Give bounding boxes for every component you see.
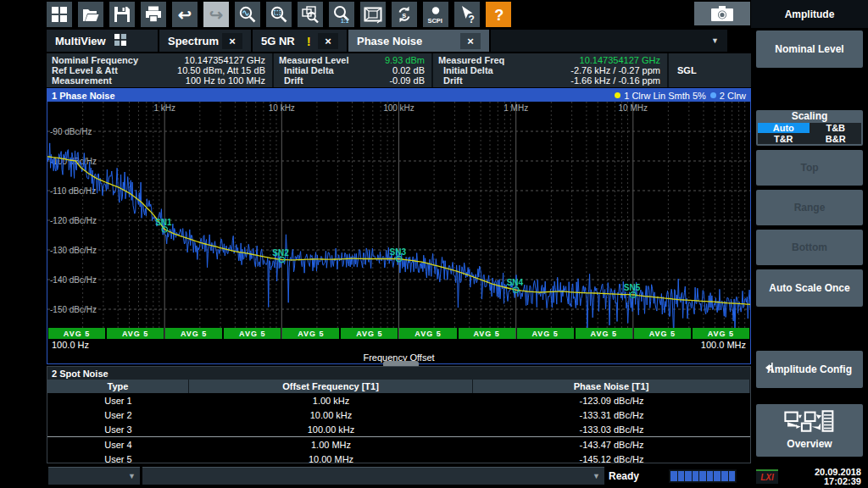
auto-scale-once-label: Auto Scale Once bbox=[769, 282, 849, 295]
table-row[interactable]: User 41.00 MHz-143.47 dBc/Hz bbox=[47, 436, 750, 452]
spot-noise-table-header: TypeOffset Frequency [T1]Phase Noise [T1… bbox=[47, 380, 750, 393]
scaling-option-tnb[interactable]: T&B bbox=[810, 123, 862, 133]
spot-noise-window-titlebar[interactable]: 2 Spot Noise bbox=[47, 367, 750, 380]
overview-flowchart-icon bbox=[782, 410, 837, 435]
datetime-display: 20.09.2018 17:02:39 bbox=[815, 468, 861, 486]
zoom-1to1-button[interactable]: 1:1 bbox=[329, 2, 354, 27]
tab-multiview[interactable]: MultiView bbox=[47, 30, 159, 52]
svg-text:SCPI: SCPI bbox=[428, 17, 442, 25]
phase-noise-plot[interactable]: 1 kHz10 kHz100 kHz1 MHz10 MHz-90 dBc/Hz-… bbox=[47, 102, 750, 339]
sync-button[interactable]: s bbox=[392, 2, 417, 27]
progress-segment bbox=[714, 471, 721, 481]
table-cell: User 4 bbox=[47, 437, 189, 452]
table-row[interactable]: User 3100.00 kHz-133.03 dBc/Hz bbox=[47, 422, 750, 436]
table-row[interactable]: User 510.00 MHz-145.12 dBc/Hz bbox=[47, 452, 750, 466]
display-button[interactable] bbox=[360, 2, 386, 27]
table-cell: User 3 bbox=[47, 422, 189, 436]
svg-text:-140 dBc/Hz: -140 dBc/Hz bbox=[50, 275, 97, 285]
table-cell: -133.31 dBc/Hz bbox=[473, 408, 750, 422]
spot-noise-window: 2 Spot Noise TypeOffset Frequency [T1]Ph… bbox=[47, 366, 751, 463]
info-value: 10.147354127 GHz bbox=[580, 55, 660, 65]
zoom-signal-button[interactable] bbox=[235, 2, 260, 27]
x-axis-range-labels: 100.0 Hz 100.0 MHz bbox=[47, 339, 750, 352]
nominal-level-button[interactable]: Nominal Level bbox=[756, 30, 863, 68]
avg-count-segment: AVG 5 bbox=[282, 328, 339, 339]
svg-text:1 MHz: 1 MHz bbox=[504, 103, 528, 113]
x-axis-start-label: 100.0 Hz bbox=[52, 340, 89, 352]
scpi-icon: SCPI bbox=[426, 4, 446, 25]
legend-trace-2: 2 Clrw bbox=[710, 91, 746, 101]
progress-segment bbox=[678, 471, 685, 481]
svg-text:-90 dBc/Hz: -90 dBc/Hz bbox=[50, 127, 92, 136]
svg-text:10 kHz: 10 kHz bbox=[269, 103, 295, 113]
zoom-area-icon bbox=[269, 4, 289, 25]
scpi-button[interactable]: SCPI bbox=[423, 2, 448, 27]
status-combo-2[interactable]: ▼ bbox=[142, 467, 604, 485]
status-ready-label: Ready bbox=[609, 470, 639, 482]
open-button[interactable] bbox=[78, 2, 103, 27]
table-row[interactable]: User 210.00 kHz-133.31 dBc/Hz bbox=[47, 408, 750, 422]
column-header-1[interactable]: Type bbox=[47, 380, 189, 393]
table-cell: User 1 bbox=[47, 393, 189, 408]
windows-button[interactable] bbox=[47, 2, 72, 27]
tab-spectrum[interactable]: Spectrum× bbox=[159, 30, 253, 52]
amplitude-config-button[interactable]: Amplitude Config bbox=[756, 351, 863, 388]
scaling-selector: Scaling AutoT&BT&RB&R bbox=[756, 110, 863, 146]
svg-text:-110 dBc/Hz: -110 dBc/Hz bbox=[50, 186, 96, 196]
top-button[interactable]: Top bbox=[756, 150, 863, 186]
tab-close-button[interactable]: × bbox=[318, 33, 338, 49]
bottom-label: Bottom bbox=[792, 241, 827, 254]
multi-zoom-button[interactable] bbox=[298, 2, 323, 27]
svg-text:s: s bbox=[402, 11, 406, 19]
status-combo-1[interactable]: ▼ bbox=[48, 467, 140, 485]
phase-noise-window-titlebar[interactable]: 1 Phase Noise 1 Clrw Lin Smth 5%2 Clrw bbox=[47, 89, 750, 102]
range-button[interactable]: Range bbox=[756, 190, 863, 225]
tab-close-button[interactable]: × bbox=[460, 33, 481, 49]
legend-text: 2 Clrw bbox=[720, 91, 746, 101]
scaling-options: AutoT&BT&RB&R bbox=[758, 123, 861, 144]
toolbar: ↩↪1:1sSCPI?? bbox=[47, 2, 511, 27]
multiview-grid-icon bbox=[114, 34, 126, 48]
info-label: Measured Freq bbox=[438, 55, 504, 65]
column-header-2[interactable]: Offset Frequency [T1] bbox=[189, 380, 473, 393]
top-label: Top bbox=[800, 162, 818, 175]
tab-bar: MultiViewSpectrum×5G NR!×Phase Noise×▼ bbox=[47, 30, 727, 52]
screenshot-camera-button[interactable] bbox=[694, 2, 750, 25]
progress-segment bbox=[699, 471, 706, 481]
scaling-option-tnr[interactable]: T&R bbox=[758, 134, 810, 144]
avg-count-segment: AVG 5 bbox=[634, 328, 691, 339]
tab-close-button[interactable]: × bbox=[222, 33, 242, 49]
print-button[interactable] bbox=[141, 2, 166, 27]
help-button[interactable]: ? bbox=[486, 2, 511, 27]
undo-button[interactable]: ↩ bbox=[172, 2, 198, 27]
tab-overflow-button[interactable]: ▼ bbox=[711, 36, 727, 45]
zoom-area-button[interactable] bbox=[266, 2, 292, 27]
x-axis-stop-label: 100.0 MHz bbox=[701, 340, 746, 352]
sync-icon: s bbox=[394, 4, 415, 25]
svg-text:-120 dBc/Hz: -120 dBc/Hz bbox=[50, 216, 97, 225]
trace-color-dot bbox=[710, 92, 716, 98]
tab-phase-noise[interactable]: Phase Noise× bbox=[348, 30, 491, 52]
table-row[interactable]: User 11.00 kHz-123.09 dBc/Hz bbox=[47, 393, 750, 408]
help-icon: ? bbox=[488, 4, 509, 25]
measurement-info-bar: Nominal Frequency10.147354127 GHzRef Lev… bbox=[47, 53, 751, 87]
info-row: Initial Delta-2.76 kHz / -0.27 ppm bbox=[438, 65, 660, 75]
info-value: 0.02 dB bbox=[392, 65, 425, 75]
zoom-1to1-icon: 1:1 bbox=[331, 4, 352, 25]
save-button[interactable] bbox=[109, 2, 135, 27]
overview-button[interactable]: Overview bbox=[756, 404, 863, 457]
svg-text:SN2: SN2 bbox=[272, 248, 289, 258]
pointer-help-icon: ? bbox=[457, 4, 477, 25]
column-header-3[interactable]: Phase Noise [T1] bbox=[473, 380, 750, 393]
avg-count-segment: AVG 5 bbox=[341, 328, 398, 339]
svg-text:SN5: SN5 bbox=[624, 283, 641, 292]
redo-button[interactable]: ↪ bbox=[203, 2, 229, 27]
redo-icon: ↪ bbox=[209, 7, 223, 23]
bottom-button[interactable]: Bottom bbox=[756, 230, 863, 265]
tab-5g-nr[interactable]: 5G NR!× bbox=[253, 30, 348, 52]
pointer-help-button[interactable]: ? bbox=[454, 2, 480, 27]
auto-scale-once-button[interactable]: Auto Scale Once bbox=[756, 269, 863, 307]
scaling-option-bnr[interactable]: B&R bbox=[810, 134, 862, 144]
progress-segment bbox=[729, 471, 736, 481]
scaling-option-auto[interactable]: Auto bbox=[758, 123, 810, 133]
